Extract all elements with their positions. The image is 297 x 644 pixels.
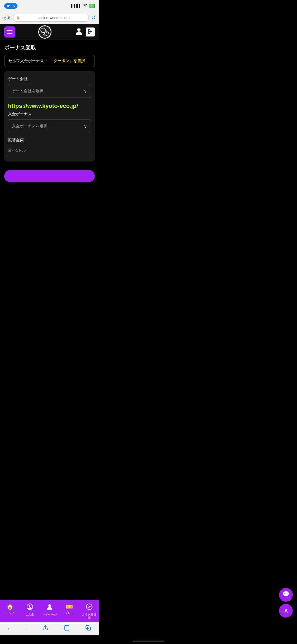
- amount-label: 振替金額: [8, 138, 91, 143]
- watermark: https://www.kyoto-eco.jp/: [8, 103, 91, 109]
- main-content: ボーナス受取 セルフ入金ボーナス ←「クーポン」を選択 ゲーム会社 ゲーム会社を…: [0, 40, 99, 170]
- browser-bar: ぁあ 🔒 casino-wonder.com ↺: [0, 12, 99, 24]
- url-bar[interactable]: 🔒 casino-wonder.com: [13, 14, 89, 22]
- svg-point-1: [77, 28, 81, 31]
- browser-aa-btn[interactable]: ぁあ: [3, 15, 11, 20]
- submit-button[interactable]: [4, 170, 95, 182]
- bonus-type-selector[interactable]: セルフ入金ボーナス ←「クーポン」を選択: [4, 55, 95, 67]
- user-profile-button[interactable]: [74, 27, 84, 37]
- wifi-icon: [83, 4, 88, 8]
- form-section: ゲーム会社 ゲーム会社を選択 ∨ https://www.kyoto-eco.j…: [4, 71, 95, 162]
- status-icons: ▌▌▌▌ ⚡: [71, 4, 95, 8]
- lock-icon: 🔒: [16, 16, 20, 20]
- exit-icon: [87, 28, 93, 36]
- user-icon: [75, 27, 83, 37]
- logout-button[interactable]: [86, 27, 95, 36]
- hamburger-icon: [7, 30, 12, 34]
- header-actions: [74, 27, 95, 37]
- deposit-bonus-placeholder: 入金ボーナスを選択: [12, 124, 48, 129]
- header: [0, 24, 99, 40]
- logo: [38, 25, 51, 39]
- logo-circle: [38, 25, 51, 39]
- battery-icon: ⚡: [89, 4, 95, 8]
- page-title: ボーナス受取: [4, 44, 95, 51]
- submit-area: [0, 170, 99, 186]
- status-time: 0:35: [4, 3, 17, 9]
- deposit-bonus-select[interactable]: 入金ボーナスを選択 ∨: [8, 119, 91, 133]
- amount-input[interactable]: 最小1ドル: [8, 145, 91, 156]
- refresh-button[interactable]: ↺: [91, 15, 96, 21]
- game-company-label: ゲーム会社: [8, 76, 91, 81]
- chevron-down-icon: ∨: [84, 88, 87, 94]
- bonus-type-arrow: ←「クーポン」を選択: [45, 58, 85, 63]
- menu-button[interactable]: [4, 26, 15, 38]
- deposit-bonus-label: 入金ボーナス: [8, 112, 91, 117]
- amount-placeholder: 最小1ドル: [8, 148, 26, 153]
- signal-icon: ▌▌▌▌: [71, 4, 82, 8]
- game-company-placeholder: ゲーム会社を選択: [12, 89, 44, 94]
- deposit-bonus-chevron-icon: ∨: [84, 123, 87, 129]
- status-bar: 0:35 ▌▌▌▌ ⚡: [0, 0, 99, 12]
- bonus-type-text: セルフ入金ボーナス: [8, 58, 44, 63]
- url-text: casino-wonder.com: [21, 16, 86, 20]
- game-company-select[interactable]: ゲーム会社を選択 ∨: [8, 84, 91, 98]
